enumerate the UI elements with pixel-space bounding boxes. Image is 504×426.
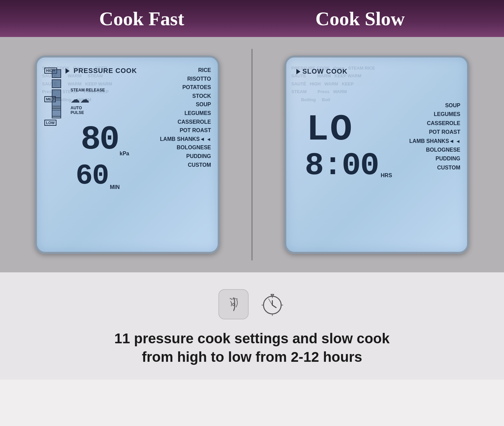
- displays-row: SLOW COOK Open KEEP SAUTÉ WARM STEAM SAU…: [0, 37, 504, 272]
- bar-boxes-2: [52, 98, 61, 117]
- pressure-arrow: [66, 68, 70, 74]
- menu-casserole: CASSEROLE: [160, 118, 211, 126]
- pressure-menu-list: RICE RISOTTO POTATOES STOCK SOUP LEGUMES…: [160, 66, 211, 169]
- lo-display: LO: [306, 111, 353, 148]
- menu-rice: RICE: [160, 66, 211, 75]
- steam-icon: ☁☁: [71, 94, 105, 105]
- steam-release-section: STEAM RELEASE ☁☁ AUTOPULSE: [71, 88, 105, 115]
- pressure-unit: kPa: [120, 151, 129, 157]
- bar-box-1: [52, 69, 61, 78]
- slow-arrow: [296, 69, 300, 74]
- cook-slow-title: Cook Slow: [316, 7, 405, 30]
- slow-mode-text: SLOW COOK: [302, 68, 348, 75]
- menu-pudding: PUDDING: [160, 152, 211, 161]
- pressure-display-container: SLOW COOK Open KEEP SAUTÉ WARM STEAM SAU…: [8, 49, 246, 261]
- clock-icon: [260, 292, 285, 317]
- timer-value: 60: [76, 162, 109, 190]
- screen-divider: [251, 49, 253, 261]
- menu-lamb-shanks: LAMB SHANKS◄: [160, 135, 211, 144]
- svg-line-11: [268, 299, 272, 305]
- pressure-lcd-screen: SLOW COOK Open KEEP SAUTÉ WARM STEAM SAU…: [35, 55, 220, 254]
- clock-icon-container: [259, 291, 286, 318]
- pressure-level-bar: HIGH MED LOW: [44, 68, 56, 135]
- auto-pulse-label: AUTOPULSE: [71, 106, 105, 115]
- bar-box-6: [52, 98, 61, 107]
- menu-soup: SOUP: [160, 100, 211, 109]
- slow-display-container: PRESSURE COOK Open STEAM RICE SAUTÉ WARM…: [258, 49, 496, 261]
- slow-menu-legumes: LEGUMES: [409, 110, 460, 119]
- menu-custom: CUSTOM: [160, 161, 211, 169]
- time-display: 8:00 HRS: [305, 150, 392, 182]
- slow-menu-bolognese: BOLOGNESE: [409, 146, 460, 154]
- steam-pressure-icon-box: [218, 289, 249, 319]
- bottom-description: 11 pressure cook settings and slow cook …: [101, 330, 403, 366]
- bottom-section: 11 pressure cook settings and slow cook …: [0, 272, 504, 380]
- menu-risotto: RISOTTO: [160, 75, 211, 83]
- bar-box-7: [52, 108, 61, 117]
- menu-bolognese: BOLOGNESE: [160, 143, 211, 152]
- slow-menu-pot-roast: POT ROAST: [409, 128, 460, 137]
- lo-value: LO: [306, 109, 353, 151]
- icons-row: [218, 289, 286, 319]
- timer-row: 60 MIN: [76, 162, 120, 190]
- slow-menu-custom: CUSTOM: [409, 163, 460, 172]
- slow-menu-soup: SOUP: [409, 101, 460, 110]
- steam-release-label: STEAM RELEASE: [71, 88, 105, 92]
- menu-potatoes: POTATOES: [160, 83, 211, 92]
- svg-line-7: [272, 305, 276, 308]
- slow-menu-list: SOUP LEGUMES CASSEROLE POT ROAST LAMB SH…: [409, 101, 460, 172]
- slow-menu-lamb-shanks: LAMB SHANKS◄: [409, 137, 460, 146]
- low-label: LOW: [44, 120, 56, 126]
- steam-pressure-icon: [224, 295, 243, 314]
- time-value: 8:00: [305, 150, 379, 182]
- time-unit: HRS: [381, 172, 392, 179]
- slow-menu-casserole: CASSEROLE: [409, 119, 460, 128]
- menu-stock: STOCK: [160, 92, 211, 101]
- menu-pot-roast: POT ROAST: [160, 126, 211, 135]
- cook-fast-title: Cook Fast: [99, 7, 184, 30]
- pressure-number-row: 80 kPa: [81, 123, 129, 157]
- top-banner: Cook Fast Cook Slow: [0, 0, 504, 37]
- pressure-value: 80: [81, 123, 118, 157]
- pressure-mode-text: PRESSURE COOK: [74, 67, 137, 75]
- slow-menu-pudding: PUDDING: [409, 154, 460, 163]
- timer-unit: MIN: [110, 184, 120, 190]
- menu-legumes: LEGUMES: [160, 109, 211, 118]
- slow-mode-label: SLOW COOK: [296, 68, 348, 75]
- bar-box-2: [52, 79, 61, 88]
- pressure-mode-label: PRESSURE COOK: [66, 67, 137, 75]
- slow-lcd-screen: PRESSURE COOK Open STEAM RICE SAUTÉ WARM…: [284, 55, 469, 254]
